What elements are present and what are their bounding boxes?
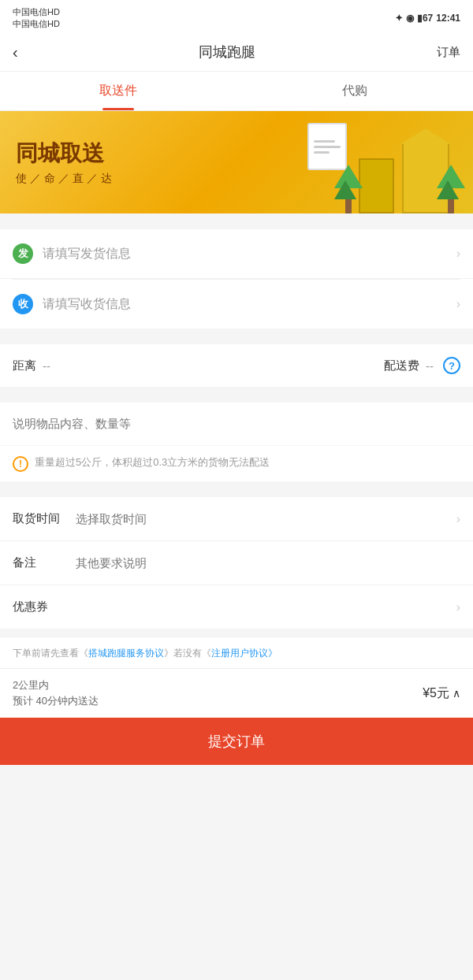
separator3 [0,387,473,395]
tab-purchase[interactable]: 代购 [236,72,473,110]
item-warning-row: ! 重量超过5公斤，体积超过0.3立方米的货物无法配送 [0,446,473,481]
shipping-badge: 发 [13,243,33,264]
separator4 [0,481,473,489]
terms-link2[interactable]: 注册用户协议》 [211,648,277,659]
help-button-wrapper: ? [443,357,460,374]
separator2 [0,329,473,336]
form-fields-section: 取货时间 › 备注 优惠券 › [0,497,473,629]
time-display: 12:41 [436,13,460,24]
delivery-time: 预计 40分钟内送达 [13,694,423,708]
tab-pickup-delivery[interactable]: 取送件 [0,72,236,110]
remarks-label: 备注 [13,555,60,570]
terms-section: 下单前请先查看《搭城跑腿服务协议》若没有《注册用户协议》 [0,637,473,668]
item-section: ! 重量超过5公斤，体积超过0.3立方米的货物无法配送 [0,403,473,481]
terms-link1[interactable]: 搭城跑腿服务协议 [88,648,164,659]
promotional-banner: 同城取送 使／命／直／达 [0,111,473,213]
orders-button[interactable]: 订单 [437,45,460,60]
item-input-row[interactable] [0,403,473,446]
banner-illustration [276,111,473,213]
tree-right [437,165,465,213]
carrier-info: 中国电信HD 中国电信HD [13,6,60,30]
banner-text: 同城取送 使／命／直／达 [16,139,115,186]
carrier1: 中国电信HD [13,6,60,18]
coupon-label: 优惠券 [13,600,48,614]
status-bar: 中国电信HD 中国电信HD ✦ ◉ ▮67 12:41 [0,0,473,33]
bottom-summary: 2公里内 预计 40分钟内送达 ¥5元 ∧ [0,668,473,718]
document-icon [307,123,347,170]
pickup-time-row[interactable]: 取货时间 › [0,497,473,541]
page-title: 同城跑腿 [199,43,255,61]
tab-bar: 取送件 代购 [0,72,473,111]
shipping-chevron: › [456,247,460,261]
delivery-range: 2公里内 [13,678,423,692]
banner-subtitle: 使／命／直／达 [16,172,115,186]
bluetooth-icon: ✦ [395,13,403,24]
remarks-input[interactable] [76,556,460,570]
fee-item: 配送费 -- [384,358,434,373]
item-input[interactable] [13,417,460,430]
delivery-info: 2公里内 预计 40分钟内送达 [13,678,423,708]
building-illustration [276,111,473,213]
help-icon[interactable]: ? [443,357,460,374]
fee-value: -- [426,359,434,373]
battery-icon: ▮67 [417,13,433,24]
shipping-row[interactable]: 发 请填写发货信息 › [0,229,473,279]
warning-icon: ! [13,456,28,472]
receiving-row[interactable]: 收 请填写收货信息 › [0,280,473,329]
separator1 [0,213,473,221]
pickup-time-input[interactable] [76,512,456,525]
carrier2: 中国电信HD [13,18,60,30]
coupon-row[interactable]: 优惠券 › [0,585,473,629]
price-value: ¥5元 [423,685,449,702]
status-right: ✦ ◉ ▮67 12:41 [395,13,460,24]
price-arrow-icon: ∧ [453,687,460,700]
distance-label: 距离 [13,358,36,373]
receiving-placeholder: 请填写收货信息 [43,296,456,313]
building-small [359,158,394,213]
nav-bar: ‹ 同城跑腿 订单 [0,33,473,72]
receiving-badge: 收 [13,294,33,314]
submit-order-button[interactable]: 提交订单 [0,718,473,765]
price-display[interactable]: ¥5元 ∧ [423,685,460,702]
back-button[interactable]: ‹ [13,43,18,61]
distance-item: 距离 -- [13,358,50,373]
location-icon: ◉ [406,13,414,24]
address-section: 发 请填写发货信息 › 收 请填写收货信息 › [0,229,473,329]
receiving-chevron: › [456,297,460,311]
shipping-placeholder: 请填写发货信息 [43,246,456,262]
pickup-chevron: › [456,512,460,526]
pickup-time-label: 取货时间 [13,511,60,526]
banner-title: 同城取送 [16,139,115,169]
distance-fee-section: 距离 -- 配送费 -- ? [0,344,473,387]
distance-value: -- [43,359,50,373]
warning-text: 重量超过5公斤，体积超过0.3立方米的货物无法配送 [35,455,270,470]
terms-text: 下单前请先查看《搭城跑腿服务协议》若没有《注册用户协议》 [13,648,277,659]
remarks-row[interactable]: 备注 [0,541,473,585]
fee-label: 配送费 [384,358,419,373]
tree-left [334,165,363,213]
coupon-chevron: › [456,600,460,614]
